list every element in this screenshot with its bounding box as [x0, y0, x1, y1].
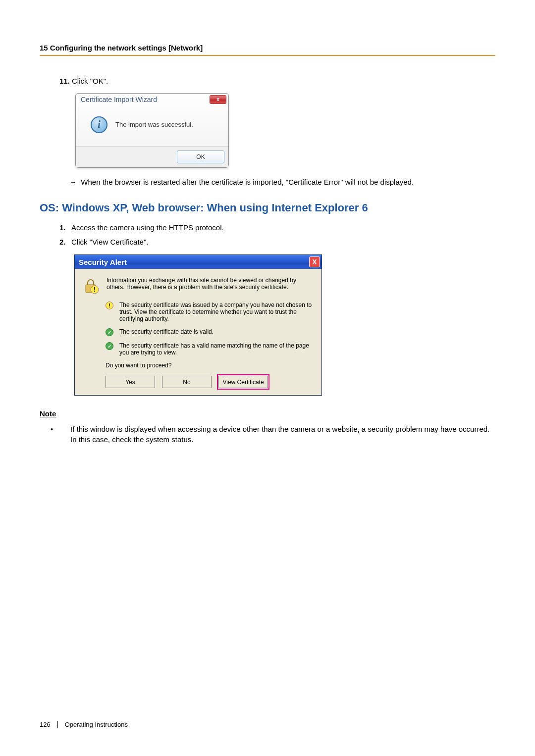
dialog-message: The import was successful. — [115, 121, 193, 128]
step-number: 11. — [59, 76, 70, 87]
step-text: Access the camera using the HTTPS protoc… — [71, 223, 224, 232]
view-certificate-button[interactable]: View Certificate — [218, 376, 268, 388]
step-text: Click "OK". — [70, 77, 108, 85]
svg-text:!: ! — [94, 286, 96, 293]
page-footer: 126 Operating Instructions — [40, 721, 128, 728]
lock-warning-icon: ! — [82, 277, 100, 295]
proceed-question: Do you want to proceed? — [106, 362, 315, 369]
cert-valid-name-text: The security certificate has a valid nam… — [119, 342, 315, 356]
cert-warning-text: The security certificate was issued by a… — [119, 302, 315, 322]
note-item: •If this window is displayed when access… — [70, 424, 495, 446]
check-icon — [106, 328, 113, 336]
subsection-heading: OS: Windows XP, Web browser: When using … — [40, 202, 495, 214]
cert-import-wizard-dialog: Certificate Import Wizard x The import w… — [75, 93, 229, 168]
page-number: 126 — [40, 721, 51, 728]
info-icon — [91, 116, 107, 133]
step-number: 2. — [59, 237, 71, 248]
dialog-title: Security Alert — [79, 258, 127, 266]
warning-icon — [106, 302, 113, 309]
intro-text: Information you exchange with this site … — [107, 277, 315, 295]
footer-label: Operating Instructions — [57, 721, 128, 728]
step-text: Click "View Certificate". — [71, 238, 148, 246]
close-icon: x — [216, 97, 219, 102]
step-number: 1. — [59, 222, 71, 234]
yes-button[interactable]: Yes — [106, 376, 155, 388]
security-alert-dialog: Security Alert X ! Information you excha… — [74, 254, 322, 396]
close-icon: X — [312, 258, 317, 266]
ok-button[interactable]: OK — [177, 151, 224, 163]
section-header: 15 Configuring the network settings [Net… — [40, 44, 495, 56]
check-icon — [106, 342, 113, 350]
step-11: 11. Click "OK". — [59, 76, 495, 87]
result-note: → When the browser is restarted after th… — [69, 177, 495, 188]
cert-valid-date-text: The security certificate date is valid. — [119, 328, 214, 335]
close-button[interactable]: x — [210, 95, 226, 104]
close-button[interactable]: X — [309, 256, 320, 267]
note-heading: Note — [40, 408, 495, 420]
step-2: 2.Click "View Certificate". — [59, 237, 495, 248]
no-button[interactable]: No — [162, 376, 212, 388]
step-1: 1.Access the camera using the HTTPS prot… — [59, 222, 495, 234]
dialog-title: Certificate Import Wizard — [81, 96, 157, 103]
